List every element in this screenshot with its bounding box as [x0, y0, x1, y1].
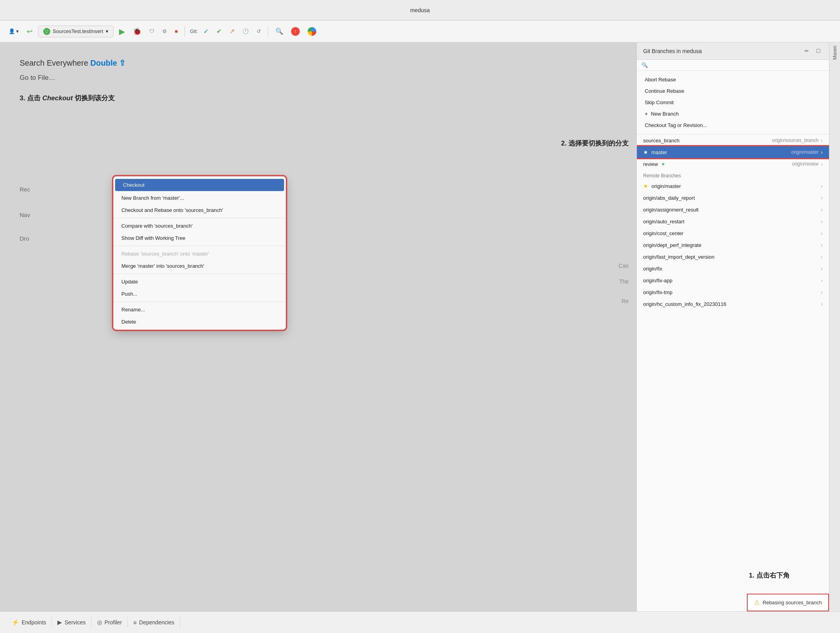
context-menu-new-branch-from[interactable]: New Branch from 'master'... — [114, 192, 286, 204]
search-everywhere-label: Search Everywhere — [20, 59, 90, 67]
toolbar-separator-1 — [185, 26, 185, 37]
remote-fix-left: origin/fix — [643, 266, 662, 272]
continue-rebase-action[interactable]: Continue Rebase — [643, 85, 823, 97]
remote-origin-master[interactable]: ★ origin/master › — [637, 180, 829, 192]
status-services[interactable]: ▶ Services — [52, 616, 92, 628]
review-branch-star: ★ — [661, 162, 665, 167]
back-button[interactable]: ↩ — [24, 26, 35, 37]
can-snippet: Can — [618, 263, 629, 269]
new-branch-action[interactable]: + New Branch — [643, 108, 823, 120]
profile-button[interactable]: 👤 ▾ — [6, 27, 21, 36]
multicolor-button[interactable] — [305, 26, 319, 37]
context-menu-merge[interactable]: Merge 'master' into 'sources_branch' — [114, 260, 286, 272]
context-menu: Checkout New Branch from 'master'... Che… — [113, 176, 286, 330]
branch-review[interactable]: review ★ origin/review › — [637, 158, 829, 170]
search-button[interactable]: 🔍 — [273, 26, 286, 37]
status-endpoints[interactable]: ⚡ Endpoints — [6, 616, 52, 628]
context-menu-checkout[interactable]: Checkout — [115, 179, 284, 191]
remote-fix-app-left: origin/fix-app — [643, 278, 672, 283]
remote-auto-restart[interactable]: origin/auto_restart › — [637, 215, 829, 227]
toolbar: 👤 ▾ ↩ ⬡ SourcesTest.testInsert ▾ ▶ 🐞 🛡 ⚙… — [0, 20, 840, 42]
git-search-input[interactable] — [642, 62, 824, 68]
skip-commit-action[interactable]: Skip Commit — [643, 97, 823, 108]
remote-abs-name: origin/abs_daily_report — [643, 195, 695, 201]
remote-fix-tmp-name: origin/fix-tmp — [643, 289, 672, 295]
remote-fix-app[interactable]: origin/fix-app › — [637, 274, 829, 286]
debug-button[interactable]: 🐞 — [130, 26, 144, 37]
rebasing-status-text: Rebasing sources_branch — [763, 600, 822, 605]
separator-3 — [114, 274, 286, 274]
context-menu-rebase: Rebase 'sources_branch' onto 'master' — [114, 248, 286, 260]
remote-fix-tmp-left: origin/fix-tmp — [643, 289, 672, 295]
git-push-button[interactable]: ✓ — [201, 26, 211, 37]
remote-fix-app-name: origin/fix-app — [643, 278, 672, 283]
remote-dept-name: origin/dept_perf_integrate — [643, 242, 701, 248]
remote-origin-master-name: origin/master — [651, 183, 681, 189]
context-menu-checkout-rebase[interactable]: Checkout and Rebase onto 'sources_branch… — [114, 204, 286, 216]
upload-icon: ↑ — [291, 27, 300, 36]
maven-label: Maven — [832, 46, 838, 60]
remote-fix-tmp[interactable]: origin/fix-tmp › — [637, 286, 829, 298]
git-history-icon: 🕐 — [242, 28, 249, 34]
remote-origin-master-left: ★ origin/master — [643, 183, 681, 189]
context-menu-rename[interactable]: Rename... — [114, 304, 286, 316]
search-everywhere-shortcut: Double ⇧ — [90, 59, 126, 67]
context-menu-delete[interactable]: Delete — [114, 316, 286, 328]
git-revert-button[interactable]: ↺ — [254, 27, 263, 36]
remote-hc-custom[interactable]: origin/hc_custom_info_fix_20230116 › — [637, 298, 829, 310]
maven-sidebar[interactable]: Maven — [829, 42, 840, 611]
remote-fast-name: origin/fast_import_dept_version — [643, 254, 714, 260]
remote-fix-tmp-chevron: › — [821, 289, 823, 295]
remote-origin-master-chevron: › — [821, 183, 823, 189]
build-button[interactable]: ⚙ — [160, 27, 169, 36]
remote-abs-daily-report[interactable]: origin/abs_daily_report › — [637, 192, 829, 204]
build-icon: ⚙ — [162, 28, 167, 34]
remote-fix-name: origin/fix — [643, 266, 662, 272]
step1-annotation: 1. 点击右下角 — [749, 571, 790, 580]
profile-icon: 👤 — [9, 28, 15, 34]
context-menu-show-diff[interactable]: Show Diff with Working Tree — [114, 232, 286, 244]
status-profiler[interactable]: ◎ Profiler — [92, 616, 128, 628]
checkout-tag-action[interactable]: Checkout Tag or Revision... — [643, 120, 823, 131]
remote-fix[interactable]: origin/fix › — [637, 263, 829, 274]
dro-label-area: Dro — [20, 235, 29, 242]
remote-assignment-name: origin/assignment_result — [643, 207, 699, 213]
remote-fast-import[interactable]: origin/fast_import_dept_version › — [637, 251, 829, 263]
remote-dept-chevron: › — [821, 242, 823, 248]
run-button[interactable]: ▶ — [117, 25, 127, 38]
git-fetch-button[interactable]: ↗ — [227, 26, 237, 37]
remote-hc-left: origin/hc_custom_info_fix_20230116 — [643, 301, 726, 307]
abort-rebase-action[interactable]: Abort Rebase — [643, 74, 823, 85]
coverage-button[interactable]: 🛡 — [147, 27, 157, 36]
remote-cost-name: origin/cost_center — [643, 230, 684, 236]
git-history-button[interactable]: 🕐 — [240, 27, 251, 36]
master-branch-name: master — [651, 149, 667, 155]
remote-assignment-result[interactable]: origin/assignment_result › — [637, 204, 829, 215]
stop-icon: ■ — [175, 28, 178, 34]
stop-button[interactable]: ■ — [172, 27, 180, 36]
search-icon: 🔍 — [275, 28, 283, 35]
git-branches-header-icons: ✏ ☐ — [803, 47, 823, 55]
git-branches-edit-button[interactable]: ✏ — [803, 47, 811, 55]
branch-sources-branch[interactable]: sources_branch origin/sources_branch › — [637, 134, 829, 146]
context-menu-update[interactable]: Update — [114, 276, 286, 288]
dependencies-icon: ≡ — [133, 619, 137, 626]
run-config-button[interactable]: ⬡ SourcesTest.testInsert ▾ — [38, 26, 114, 37]
remote-cost-left: origin/cost_center — [643, 230, 684, 236]
status-dependencies[interactable]: ≡ Dependencies — [128, 617, 180, 628]
remote-cost-chevron: › — [821, 230, 823, 236]
upload-button[interactable]: ↑ — [289, 26, 302, 37]
git-branches-close-button[interactable]: ☐ — [814, 47, 823, 55]
git-actions-section: Abort Rebase Continue Rebase Skip Commit… — [637, 71, 829, 134]
branch-right-review: origin/review › — [792, 161, 823, 167]
remote-dept-perf[interactable]: origin/dept_perf_integrate › — [637, 239, 829, 251]
remote-cost-center[interactable]: origin/cost_center › — [637, 227, 829, 239]
git-check-button[interactable]: ✔ — [214, 26, 224, 37]
context-menu-push[interactable]: Push... — [114, 288, 286, 300]
edit-icon: ✏ — [805, 48, 809, 54]
branch-master[interactable]: ★ master origin/master › — [637, 146, 829, 158]
profiler-icon: ◎ — [97, 619, 102, 626]
step2-annotation: 2. 选择要切换到的分支 — [561, 139, 629, 148]
dependencies-label: Dependencies — [139, 619, 174, 626]
context-menu-compare[interactable]: Compare with 'sources_branch' — [114, 220, 286, 232]
